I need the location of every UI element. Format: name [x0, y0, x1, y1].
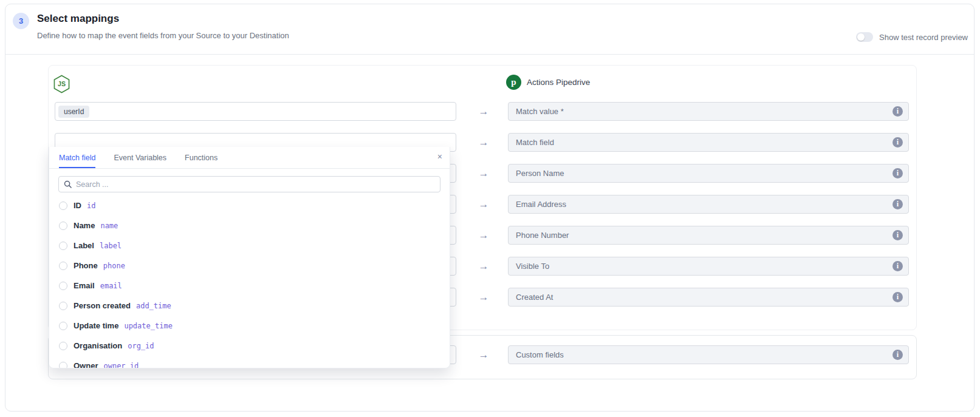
- destination-field-label: Phone Number: [516, 231, 569, 240]
- arrow-icon: →: [476, 102, 492, 121]
- option-code: owner_id: [103, 362, 139, 369]
- page-subtitle: Define how to map the event fields from …: [37, 31, 289, 40]
- search-icon: [64, 180, 72, 188]
- toggle-label: Show test record preview: [879, 33, 968, 42]
- info-icon[interactable]: i: [893, 261, 903, 271]
- destination-field-label: Email Address: [516, 200, 566, 209]
- tab-functions[interactable]: Functions: [185, 147, 218, 168]
- destination-field-visible-to[interactable]: Visible To i: [508, 257, 909, 276]
- radio-icon[interactable]: [59, 262, 67, 270]
- tab-event-variables[interactable]: Event Variables: [114, 147, 166, 168]
- search-input[interactable]: [76, 180, 435, 189]
- arrow-icon: →: [476, 345, 492, 364]
- step-number-badge: 3: [13, 13, 29, 29]
- destination-field-email-address[interactable]: Email Address i: [508, 195, 909, 214]
- option-label: Phone: [74, 261, 98, 270]
- arrow-icon: →: [476, 226, 492, 245]
- destination-app-title: Actions Pipedrive: [527, 78, 590, 87]
- option-code: id: [87, 202, 95, 210]
- info-icon[interactable]: i: [893, 199, 903, 209]
- radio-icon[interactable]: [59, 322, 67, 330]
- page-title: Select mappings: [37, 13, 119, 25]
- destination-field-label: Custom fields: [516, 350, 564, 359]
- option-label: Person created: [74, 301, 131, 310]
- destination-field-label: Match value *: [516, 107, 564, 116]
- option-label: Email: [74, 281, 95, 290]
- option-code: label: [100, 242, 122, 250]
- toggle-knob: [857, 33, 865, 41]
- destination-field-label: Created At: [516, 293, 553, 302]
- radio-icon[interactable]: [59, 342, 67, 350]
- field-option-email[interactable]: Email email: [49, 276, 450, 296]
- destination-field-phone-number[interactable]: Phone Number i: [508, 226, 909, 245]
- destination-field-label: Match field: [516, 138, 554, 147]
- radio-icon[interactable]: [59, 302, 67, 310]
- destination-field-label: Visible To: [516, 262, 549, 271]
- radio-icon[interactable]: [59, 222, 67, 230]
- option-code: add_time: [136, 302, 171, 310]
- destination-field-match-field[interactable]: Match field i: [508, 133, 909, 152]
- search-bar[interactable]: [58, 176, 440, 192]
- field-option-phone[interactable]: Phone phone: [49, 256, 450, 276]
- option-code: email: [100, 282, 122, 290]
- page: 3 Select mappings Define how to map the …: [0, 0, 980, 417]
- radio-icon[interactable]: [59, 362, 67, 369]
- option-label: Update time: [74, 321, 118, 330]
- arrow-icon: →: [476, 288, 492, 307]
- arrow-icon: →: [476, 164, 492, 183]
- option-label: Organisation: [74, 341, 122, 350]
- source-input-1[interactable]: userId: [55, 102, 456, 121]
- option-code: update_time: [124, 322, 172, 330]
- field-option-id[interactable]: ID id: [49, 195, 450, 215]
- radio-icon[interactable]: [59, 202, 67, 210]
- radio-icon[interactable]: [59, 242, 67, 250]
- field-option-person-created[interactable]: Person created add_time: [49, 296, 450, 316]
- field-picker-dropdown: Match field Event Variables Functions × …: [49, 147, 450, 368]
- tab-match-field[interactable]: Match field: [59, 147, 95, 168]
- destination-field-custom-fields[interactable]: Custom fields i: [508, 345, 909, 364]
- dropdown-tabs: Match field Event Variables Functions ×: [49, 147, 450, 169]
- info-icon[interactable]: i: [893, 350, 903, 360]
- info-icon[interactable]: i: [893, 292, 903, 302]
- option-label: Name: [74, 221, 95, 230]
- info-icon[interactable]: i: [893, 106, 903, 117]
- field-option-list: ID id Name name Label label Phone phone …: [49, 195, 450, 368]
- destination-app-header: p Actions Pipedrive: [506, 75, 590, 90]
- arrow-icon: →: [476, 133, 492, 152]
- field-option-label[interactable]: Label label: [49, 236, 450, 256]
- arrow-icon: →: [476, 195, 492, 214]
- option-code: org_id: [128, 342, 154, 350]
- option-label: ID: [74, 201, 81, 210]
- show-test-record-toggle[interactable]: Show test record preview: [856, 32, 968, 42]
- destination-field-match-value[interactable]: Match value * i: [508, 102, 909, 121]
- radio-icon[interactable]: [59, 282, 67, 290]
- destination-field-label: Person Name: [516, 169, 564, 178]
- pipedrive-icon: p: [506, 75, 521, 90]
- option-code: phone: [103, 262, 125, 270]
- info-icon[interactable]: i: [893, 230, 903, 240]
- destination-field-person-name[interactable]: Person Name i: [508, 164, 909, 183]
- header-divider: [5, 54, 974, 55]
- svg-text:JS: JS: [58, 80, 66, 87]
- field-option-name[interactable]: Name name: [49, 215, 450, 236]
- arrow-icon: →: [476, 257, 492, 276]
- nodejs-icon: JS: [53, 75, 70, 93]
- toggle-switch-icon[interactable]: [856, 32, 873, 42]
- destination-field-created-at[interactable]: Created At i: [508, 288, 909, 307]
- field-option-owner[interactable]: Owner owner_id: [49, 356, 450, 368]
- source-field-chip[interactable]: userId: [58, 106, 89, 118]
- field-option-update-time[interactable]: Update time update_time: [49, 316, 450, 336]
- close-icon[interactable]: ×: [437, 152, 442, 161]
- option-code: name: [100, 222, 118, 230]
- info-icon[interactable]: i: [893, 168, 903, 178]
- option-label: Label: [74, 241, 94, 250]
- field-option-organisation[interactable]: Organisation org_id: [49, 336, 450, 356]
- info-icon[interactable]: i: [893, 137, 903, 147]
- option-label: Owner: [74, 361, 98, 368]
